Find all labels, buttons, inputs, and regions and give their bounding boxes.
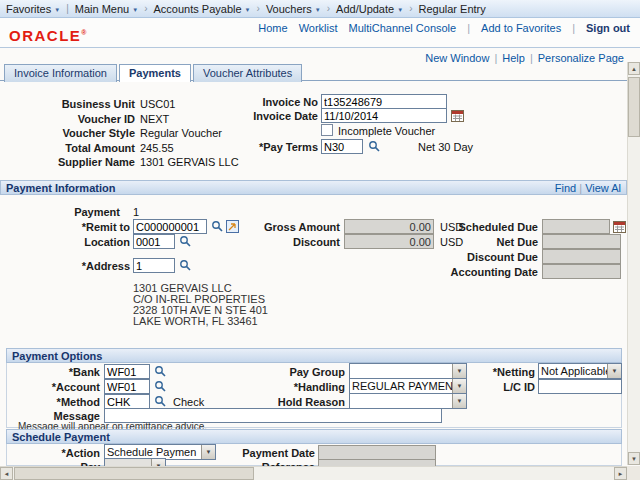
add-to-favorites-link[interactable]: Add to Favorites (481, 22, 561, 34)
remit-to-lookup-icon[interactable] (211, 220, 224, 233)
pay-terms-lookup-icon[interactable] (368, 140, 381, 153)
chevron-down-icon: ▼ (54, 7, 60, 13)
worklist-link[interactable]: Worklist (299, 22, 338, 34)
scheduled-due-label: Scheduled Due (430, 221, 538, 233)
breadcrumb-vouchers[interactable]: Vouchers▼ (266, 3, 321, 15)
account-lookup-icon[interactable] (154, 380, 167, 393)
voucher-id-value: NEXT (140, 113, 169, 125)
breadcrumb-accounts-payable-label: Accounts Payable (154, 3, 242, 15)
chevron-down-icon: ▼ (201, 445, 215, 459)
invoice-date-input[interactable] (321, 108, 447, 123)
payment-information-links: Find | View Al (555, 182, 621, 193)
incomplete-voucher-label: Incomplete Voucher (338, 125, 435, 137)
breadcrumb-vouchers-label: Vouchers (266, 3, 312, 15)
method-description: Check (173, 396, 204, 408)
registered-mark: ® (81, 29, 86, 36)
breadcrumb-accounts-payable[interactable]: Accounts Payable▼ (154, 3, 251, 15)
method-lookup-icon[interactable] (154, 395, 167, 408)
supplier-name-label: Supplier Name (35, 156, 135, 168)
horizontal-scrollbar[interactable]: ◄ ► (0, 466, 627, 480)
vertical-scroll-thumb[interactable] (628, 77, 640, 137)
hold-reason-label: Hold Reason (250, 396, 345, 408)
method-input[interactable] (104, 394, 150, 409)
invoice-date-label: Invoice Date (238, 110, 318, 122)
chevron-down-icon: ▼ (397, 7, 403, 13)
schedule-payment-header: Schedule Payment (6, 429, 622, 444)
gross-amount-input (344, 219, 434, 234)
scroll-left-button[interactable]: ◄ (0, 467, 13, 480)
multichannel-console-link[interactable]: MultiChannel Console (349, 22, 457, 34)
address-lookup-icon[interactable] (179, 259, 192, 272)
lc-id-input[interactable] (538, 379, 622, 394)
remit-to-detail-icon[interactable] (226, 220, 239, 233)
oracle-logo-text: ORACLE (9, 27, 81, 44)
scroll-up-button[interactable]: ▲ (628, 62, 640, 75)
gross-amount-label: Gross Amount (240, 221, 340, 233)
scrollbar-corner (627, 466, 640, 480)
home-link[interactable]: Home (258, 22, 287, 34)
invoice-no-label: Invoice No (238, 96, 318, 108)
account-input[interactable] (104, 379, 150, 394)
breadcrumb-add-update[interactable]: Add/Update▼ (336, 3, 403, 15)
total-amount-value: 245.55 (140, 142, 174, 154)
action-value: Schedule Paymen (105, 445, 201, 459)
pay-terms-input[interactable] (321, 139, 363, 154)
personalize-page-link[interactable]: Personalize Page (538, 52, 624, 64)
incomplete-voucher-checkbox[interactable] (321, 124, 333, 136)
find-link[interactable]: Find (555, 182, 576, 194)
scheduled-due-calendar-icon[interactable] (613, 220, 626, 233)
invoice-no-input[interactable] (321, 94, 447, 109)
top-links: Home Worklist MultiChannel Console | Add… (258, 22, 630, 34)
location-input[interactable] (133, 234, 175, 249)
invoice-date-calendar-icon[interactable] (451, 109, 464, 122)
accounting-date-input (542, 264, 621, 279)
breadcrumb-separator: › (144, 3, 147, 14)
sign-out-link[interactable]: Sign out (586, 22, 630, 34)
remit-to-label: *Remit to (40, 221, 130, 233)
new-window-link[interactable]: New Window (425, 52, 489, 64)
breadcrumb-add-update-label: Add/Update (336, 3, 394, 15)
bank-input[interactable] (104, 364, 150, 379)
horizontal-scroll-thumb[interactable] (14, 467, 254, 480)
breadcrumb-separator: › (409, 3, 412, 14)
breadcrumb-favorites[interactable]: Favorites▼ (6, 3, 60, 15)
net-due-input (542, 234, 621, 249)
method-label: *Method (30, 396, 100, 408)
remit-to-input[interactable] (133, 219, 207, 234)
tab-payments[interactable]: Payments (119, 64, 191, 82)
pay-group-label: Pay Group (250, 366, 345, 378)
hold-reason-select[interactable]: ▼ (349, 393, 467, 409)
netting-label: *Netting (455, 366, 535, 378)
pay-group-select[interactable]: ▼ (349, 363, 467, 379)
payment-options-title: Payment Options (12, 350, 102, 362)
breadcrumb-separator: | (66, 3, 69, 14)
scheduled-due-input (542, 219, 610, 234)
account-label: *Account (30, 381, 100, 393)
location-lookup-icon[interactable] (179, 235, 192, 248)
action-label: *Action (30, 447, 100, 459)
supplier-name-value: 1301 GERVAIS LLC (140, 156, 239, 168)
netting-select[interactable]: Not Applicable▼ (538, 363, 622, 379)
remit-address-line: LAKE WORTH, FL 33461 (133, 315, 258, 327)
payment-information-header: Payment Information Find | View Al (0, 180, 627, 195)
location-label: Location (40, 236, 130, 248)
voucher-style-label: Voucher Style (35, 127, 135, 139)
schedule-payment-title: Schedule Payment (12, 431, 110, 443)
net-due-label: Net Due (430, 236, 538, 248)
help-link[interactable]: Help (502, 52, 525, 64)
scroll-right-button[interactable]: ► (614, 467, 627, 480)
vertical-scrollbar[interactable]: ▲ ▼ (627, 62, 640, 465)
netting-value: Not Applicable (539, 364, 607, 378)
chevron-down-icon: ▼ (607, 364, 621, 378)
breadcrumb-main-menu[interactable]: Main Menu▼ (75, 3, 138, 15)
tab-voucher-attributes[interactable]: Voucher Attributes (193, 64, 302, 82)
accounting-date-label: Accounting Date (430, 266, 538, 278)
view-all-link[interactable]: View Al (585, 182, 621, 194)
address-input[interactable] (133, 258, 175, 273)
scroll-down-button[interactable]: ▼ (628, 452, 640, 465)
page-action-links: New Window | Help | Personalize Page (425, 52, 624, 64)
tab-invoice-information[interactable]: Invoice Information (4, 64, 117, 82)
handling-select[interactable]: REGULAR PAYMENTS▼ (349, 378, 467, 394)
bank-lookup-icon[interactable] (154, 365, 167, 378)
payment-options-header: Payment Options (6, 348, 622, 363)
